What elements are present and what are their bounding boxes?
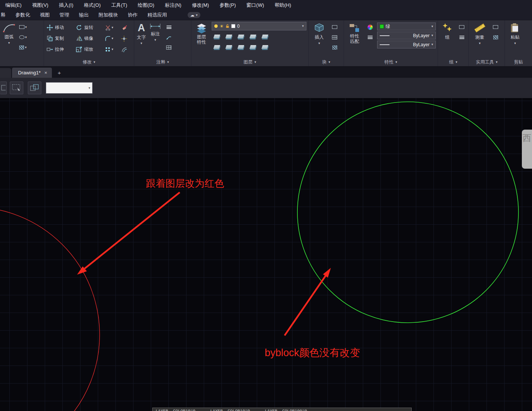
green-circle[interactable] <box>297 102 518 323</box>
rectangle-tool[interactable]: ▾ <box>18 23 28 32</box>
ribbon-tab-addins[interactable]: 附加模块 <box>94 12 123 18</box>
annotate-panel-label: 注释 <box>156 59 165 65</box>
drawing-canvas[interactable]: 跟着图层改为红色 byblock颜色没有改变 西 LAYER COLOR10=0… <box>0 98 532 411</box>
erase-tool[interactable] <box>119 23 129 32</box>
object-color-select[interactable]: 绿 ▾ <box>377 23 436 30</box>
group-edit-tool[interactable] <box>457 33 467 42</box>
move-tool[interactable]: 移动 <box>45 24 75 32</box>
leader-tool[interactable] <box>164 33 174 42</box>
ribbon-tab-featured-apps[interactable]: 精选应用 <box>142 12 172 18</box>
layer-on-tool[interactable] <box>212 42 221 51</box>
block-define-tool[interactable] <box>330 43 340 52</box>
menu-item-view[interactable]: 视图(V) <box>27 2 53 9</box>
group-tool[interactable]: 组 <box>440 22 455 58</box>
arc-tool[interactable]: 圆弧 ▾ <box>2 22 16 58</box>
ribbon-tab-parametric[interactable]: 参数化 <box>11 12 35 18</box>
layer-thaw-tool[interactable] <box>236 42 246 51</box>
ribbon-tab-manage[interactable]: 管理 <box>55 12 74 18</box>
chevron-down-icon: ▾ <box>396 60 397 64</box>
offset-tool[interactable] <box>119 45 129 54</box>
layer-unisolate-tool[interactable] <box>224 42 233 51</box>
close-icon[interactable]: × <box>44 70 47 76</box>
rotate-tool[interactable]: 旋转 <box>75 24 104 32</box>
color-wheel-tool[interactable] <box>365 23 375 32</box>
ellipse-tool[interactable]: ▾ <box>18 33 28 42</box>
toolbar-combo-box[interactable]: ▾ <box>46 82 92 94</box>
layer-select[interactable]: ☀ 0 ▾ <box>212 22 306 30</box>
window-selection-button[interactable] <box>10 82 23 94</box>
copy-tool[interactable]: 复制 <box>45 35 75 42</box>
ribbon-tab-output[interactable]: 输出 <box>74 12 94 18</box>
text-tool[interactable]: A 文字 ▾ <box>136 22 147 46</box>
block-attribute-tool[interactable] <box>330 33 340 42</box>
layer-unlock-tool[interactable] <box>248 42 258 51</box>
menu-item-format[interactable]: 格式(O) <box>79 2 106 9</box>
layer-freeze-tool[interactable] <box>236 32 246 41</box>
block-edit-tool[interactable] <box>330 23 340 32</box>
menu-item-help[interactable]: 帮助(H) <box>269 2 296 9</box>
stretch-tool[interactable]: 拉伸 <box>45 45 75 53</box>
properties-panel-button[interactable]: 特性 ▾ <box>344 58 438 66</box>
menu-item-tools[interactable]: 工具(T) <box>106 2 133 9</box>
measure-tool[interactable]: 测量 ▾ <box>471 22 489 58</box>
menu-item-window[interactable]: 窗口(W) <box>241 2 269 9</box>
utilities-panel-button[interactable]: 实用工具 ▾ <box>469 58 505 66</box>
fillet-tool[interactable]: ▾ <box>104 34 114 43</box>
modify-panel-button[interactable]: 修改 ▾ <box>44 58 134 66</box>
layer-lock-tool[interactable] <box>248 32 258 41</box>
mirror-tool[interactable]: 镜像 <box>75 35 104 42</box>
dim-lines-icon <box>167 26 171 29</box>
new-tab-button[interactable]: + <box>56 69 63 76</box>
layer-isolate-tool[interactable] <box>224 32 233 41</box>
ribbon-tab-bar: 释 参数化 视图 管理 输出 附加模块 协作 精选应用 ☁ ▾ <box>0 10 532 20</box>
match-properties-tool[interactable]: 特性匹配 <box>346 22 364 58</box>
menu-item-edit[interactable]: 编辑(E) <box>0 2 27 9</box>
ribbon-tab-view[interactable]: 视图 <box>35 12 55 18</box>
groups-panel-button[interactable]: 组 ▾ <box>438 58 468 66</box>
ribbon-tab-collaborate[interactable]: 协作 <box>123 12 142 18</box>
file-tab-drawing1[interactable]: Drawing1* × <box>12 68 52 78</box>
dim-style-tool[interactable] <box>164 23 174 32</box>
command-history-bar[interactable]: LAYER COLOR10=0 LAYER COLOR10=0 LAYER CO… <box>152 408 412 411</box>
chevron-down-icon: ▾ <box>25 26 27 29</box>
lineweight-select[interactable]: ByLayer ▾ <box>377 41 436 48</box>
menu-item-dimension[interactable]: 标注(N) <box>159 2 186 9</box>
layers-icon <box>225 35 232 38</box>
layer-off-tool[interactable] <box>212 32 221 41</box>
quick-select-icon <box>493 25 498 29</box>
scale-tool[interactable]: 缩放 <box>75 45 104 53</box>
menu-item-parametric[interactable]: 参数(P) <box>214 2 241 9</box>
dimension-tool[interactable]: 标注 ▾ <box>149 22 162 43</box>
hatch-tool[interactable]: ▾ <box>18 43 28 52</box>
menu-item-modify[interactable]: 修改(M) <box>186 2 214 9</box>
cloud-menu-button[interactable]: ☁ ▾ <box>188 12 200 18</box>
annotate-panel-button[interactable]: 注释 ▾ <box>134 58 191 66</box>
point-style-tool[interactable] <box>491 33 500 42</box>
trim-tool[interactable]: ▾ <box>104 23 114 32</box>
properties-list-tool[interactable] <box>365 33 375 42</box>
paste-tool[interactable]: 粘贴 ▾ <box>507 22 523 58</box>
menu-item-draw[interactable]: 绘图(D) <box>132 2 159 9</box>
crossing-selection-button[interactable] <box>28 82 41 94</box>
group-tool-label: 组 <box>445 34 450 41</box>
chevron-down-icon: ▾ <box>431 25 433 28</box>
explode-tool[interactable] <box>119 34 129 43</box>
array-tool[interactable]: ▾ <box>104 45 114 54</box>
ribbon-tab-annotate-partial[interactable]: 释 <box>0 12 11 18</box>
menu-item-insert[interactable]: 插入(I) <box>54 2 79 9</box>
layer-match-tool[interactable] <box>260 32 270 41</box>
block-panel-button[interactable]: 块 ▾ <box>309 58 344 66</box>
layer-properties-tool[interactable]: 图层特性 <box>193 22 210 58</box>
ungroup-tool[interactable] <box>457 23 467 32</box>
layer-freeze-sun-icon: ☀ <box>220 24 224 29</box>
quick-select-tool[interactable] <box>491 23 500 32</box>
selection-tool-button-partial[interactable] <box>0 82 7 94</box>
insert-block-tool[interactable]: 插入 ▾ <box>311 22 328 58</box>
layers-panel-button[interactable]: 图层 ▾ <box>191 58 308 66</box>
file-tab-partial[interactable] <box>0 68 11 78</box>
linetype-select[interactable]: ByLayer ▾ <box>377 32 436 39</box>
red-circle[interactable] <box>0 207 100 411</box>
layer-current-tool[interactable] <box>260 42 270 51</box>
table-tool[interactable] <box>164 43 174 52</box>
clipboard-panel-button[interactable]: 剪贴 <box>505 58 532 66</box>
